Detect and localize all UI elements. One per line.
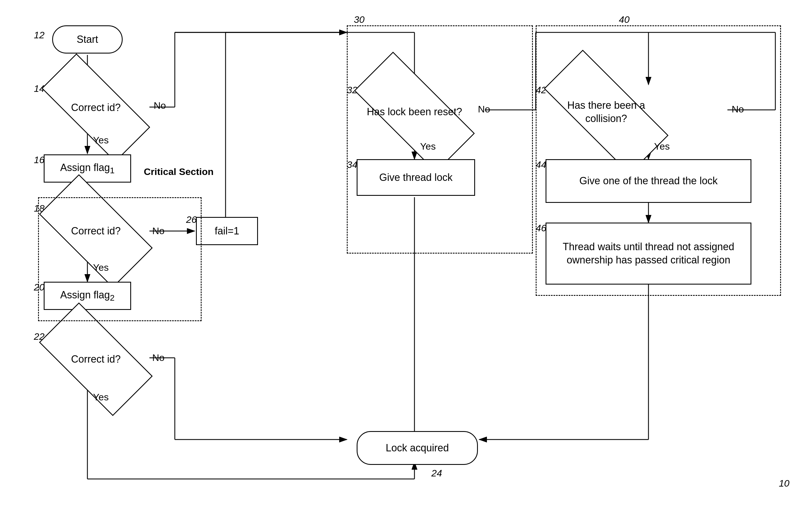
n22-label: Correct id? [71, 353, 121, 366]
ref-34: 34 [347, 159, 357, 170]
start-label: Start [77, 33, 98, 46]
n34-label: Give thread lock [379, 171, 453, 184]
n44-label: Give one of the thread the lock [579, 174, 718, 188]
critical-section-label: Critical Section [144, 166, 214, 177]
n24-label: Lock acquired [386, 442, 449, 455]
n18-label: Correct id? [71, 224, 121, 238]
start-node: Start [52, 25, 123, 54]
n24-node: Lock acquired [357, 431, 478, 465]
n42-yes-label: Yes [654, 141, 670, 152]
n42-diamond: Has there been a collision? [546, 85, 667, 140]
n46-label: Thread waits until thread not assigned o… [546, 240, 751, 267]
n16-node: Assign flag1 [44, 154, 131, 183]
n14-no-label: No [154, 100, 166, 111]
ref-30: 30 [354, 14, 365, 25]
n46-node: Thread waits until thread not assigned o… [546, 222, 751, 284]
n42-label: Has there been a collision? [546, 99, 667, 125]
ref-24: 24 [431, 468, 442, 479]
ref-12: 12 [34, 30, 45, 40]
n26-node: fail=1 [196, 217, 258, 245]
n32-diamond: Has lock been reset? [357, 85, 472, 140]
n22-no-label: No [152, 352, 164, 363]
n44-node: Give one of the thread the lock [546, 159, 751, 203]
n42-no-label: No [732, 104, 744, 115]
n32-label: Has lock been reset? [367, 105, 462, 119]
ref-10: 10 [779, 478, 789, 489]
n34-node: Give thread lock [357, 159, 475, 196]
n26-label: fail=1 [214, 224, 239, 238]
n14-diamond: Correct id? [44, 83, 148, 132]
n14-yes-label: Yes [93, 135, 109, 146]
n32-no-label: No [478, 104, 490, 115]
n22-diamond: Correct id? [44, 331, 148, 387]
ref-16: 16 [34, 154, 45, 165]
ref-42: 42 [536, 85, 546, 95]
ref-40: 40 [619, 14, 630, 25]
n22-yes-label: Yes [93, 392, 109, 403]
ref-46: 46 [536, 222, 546, 234]
n14-label: Correct id? [71, 101, 121, 114]
n16-label: Assign flag1 [60, 161, 115, 176]
ref-44: 44 [536, 159, 546, 170]
n32-yes-label: Yes [420, 141, 436, 152]
critical-section-box [38, 197, 202, 321]
